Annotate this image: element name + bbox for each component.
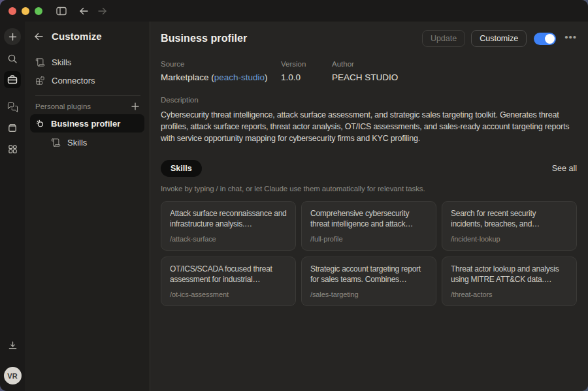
zoom-window-button[interactable] bbox=[35, 7, 42, 15]
sidebar-item-skills[interactable]: Skills bbox=[30, 54, 144, 70]
skill-card[interactable]: Search for recent security incidents, br… bbox=[442, 201, 577, 251]
description-text: Cybersecurity threat intelligence, attac… bbox=[161, 109, 571, 144]
toggle-sidebar-icon[interactable] bbox=[53, 3, 70, 19]
panel-title: Customize bbox=[52, 31, 102, 42]
skill-title: Threat actor lookup and analysis using M… bbox=[451, 264, 568, 285]
see-all-link[interactable]: See all bbox=[552, 164, 577, 173]
new-chat-button[interactable] bbox=[4, 28, 21, 45]
plugin-meta: Source Marketplace (peach-studio) Versio… bbox=[161, 60, 577, 82]
version-value: 1.0.0 bbox=[281, 72, 332, 82]
skill-title: Strategic account targeting report for s… bbox=[310, 264, 427, 285]
author-value: PEACH STUDIO bbox=[332, 72, 398, 82]
icon-rail: VR bbox=[0, 22, 25, 391]
back-icon[interactable] bbox=[75, 3, 92, 19]
skill-card[interactable]: Comprehensive cybersecurity threat intel… bbox=[301, 201, 436, 251]
skill-title: Search for recent security incidents, br… bbox=[451, 209, 568, 230]
app-window: VR Customize Skills Connectors Personal … bbox=[0, 0, 588, 391]
source-value: Marketplace (peach-studio) bbox=[161, 72, 281, 82]
skill-card[interactable]: Attack surface reconnaissance and infras… bbox=[161, 201, 296, 251]
apps-grid-icon[interactable] bbox=[4, 140, 21, 157]
sidebar-item-label: Connectors bbox=[52, 76, 95, 86]
chat-bubbles-icon[interactable] bbox=[4, 99, 21, 116]
skill-command: /threat-actors bbox=[451, 290, 568, 298]
sidebar-item-label: Skills bbox=[52, 57, 71, 67]
toggle-knob bbox=[545, 34, 555, 44]
customize-button[interactable]: Customize bbox=[471, 30, 527, 47]
customize-panel: Customize Skills Connectors Personal plu… bbox=[25, 22, 150, 391]
sidebar-item-label: Business profiler bbox=[51, 119, 120, 129]
titlebar bbox=[0, 0, 588, 22]
section-label: Personal plugins bbox=[35, 102, 91, 110]
skill-command: /full-profile bbox=[310, 235, 427, 243]
search-icon[interactable] bbox=[4, 50, 21, 67]
sidebar-item-plugin-skills[interactable]: Skills bbox=[30, 134, 144, 151]
source-label: Source bbox=[161, 60, 281, 68]
burst-icon bbox=[35, 119, 44, 128]
update-button[interactable]: Update bbox=[422, 30, 465, 47]
skill-title: Attack surface reconnaissance and infras… bbox=[170, 209, 287, 230]
plugin-enabled-toggle[interactable] bbox=[534, 33, 556, 45]
skill-card[interactable]: Strategic account targeting report for s… bbox=[301, 257, 436, 306]
close-window-button[interactable] bbox=[8, 7, 16, 15]
skill-command: /attack-surface bbox=[170, 235, 287, 243]
divider bbox=[35, 95, 140, 96]
page-title: Business profiler bbox=[161, 33, 247, 44]
add-plugin-icon[interactable] bbox=[131, 102, 139, 110]
description-label: Description bbox=[161, 96, 577, 104]
scroll-icon bbox=[51, 138, 61, 148]
author-label: Author bbox=[332, 60, 398, 68]
skill-card[interactable]: Threat actor lookup and analysis using M… bbox=[442, 257, 577, 306]
box-icon[interactable] bbox=[4, 119, 21, 136]
more-options-icon[interactable]: ••• bbox=[564, 32, 577, 46]
forward-icon[interactable] bbox=[93, 3, 110, 19]
source-link[interactable]: peach-studio bbox=[214, 72, 265, 82]
download-icon[interactable] bbox=[4, 337, 21, 354]
avatar[interactable]: VR bbox=[4, 367, 22, 384]
back-icon[interactable] bbox=[34, 33, 44, 40]
main-content: Business profiler Update Customize ••• S… bbox=[150, 22, 588, 391]
skill-card[interactable]: OT/ICS/SCADA focused threat assessment f… bbox=[161, 257, 296, 306]
skill-title: Comprehensive cybersecurity threat intel… bbox=[310, 209, 427, 230]
skills-card-grid: Attack surface reconnaissance and infras… bbox=[161, 201, 577, 306]
blocks-icon bbox=[35, 76, 45, 86]
skill-title: OT/ICS/SCADA focused threat assessment f… bbox=[170, 264, 287, 285]
version-label: Version bbox=[281, 60, 332, 68]
skills-filter-pill[interactable]: Skills bbox=[161, 160, 202, 177]
scroll-icon bbox=[35, 57, 45, 67]
sidebar-item-business-profiler[interactable]: Business profiler bbox=[30, 114, 144, 133]
skill-command: /ot-ics-assessment bbox=[170, 290, 287, 298]
minimize-window-button[interactable] bbox=[22, 7, 29, 15]
skill-command: /incident-lookup bbox=[451, 235, 568, 243]
skills-helper-text: Invoke by typing / in chat, or let Claud… bbox=[161, 185, 577, 193]
skill-command: /sales-targeting bbox=[310, 290, 427, 298]
briefcase-icon[interactable] bbox=[4, 71, 21, 88]
sidebar-item-label: Skills bbox=[67, 138, 87, 148]
sidebar-item-connectors[interactable]: Connectors bbox=[30, 72, 144, 89]
